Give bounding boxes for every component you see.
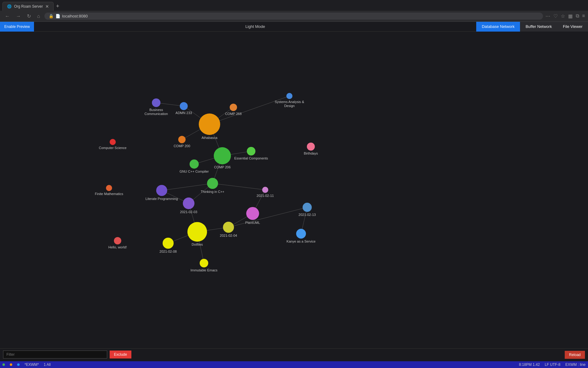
- lock-icon: 🔒: [49, 14, 54, 18]
- graph-node[interactable]: Birthdays: [304, 143, 318, 155]
- graph-node[interactable]: 2021-02-13: [299, 203, 316, 217]
- graph-node[interactable]: Computer Science: [99, 139, 127, 150]
- node-circle[interactable]: [187, 222, 207, 242]
- graph-node[interactable]: ADMN 233: [175, 102, 192, 115]
- node-label: Essential Components: [234, 156, 268, 160]
- home-button[interactable]: ⌂: [35, 13, 42, 20]
- node-circle[interactable]: [156, 185, 167, 196]
- split-view-icon[interactable]: ⧉: [576, 13, 579, 19]
- hamburger-icon[interactable]: ≡: [582, 13, 585, 19]
- node-label: Computer Science: [99, 146, 127, 150]
- node-circle[interactable]: [247, 147, 255, 155]
- graph-node[interactable]: Essential Components: [234, 147, 268, 160]
- graph-node[interactable]: Immutable Emacs: [190, 259, 218, 272]
- node-circle[interactable]: [262, 187, 268, 193]
- graph-node[interactable]: Systems Analysis &Design: [275, 93, 304, 108]
- node-label: 2021-02-03: [180, 210, 197, 214]
- graph-node[interactable]: COMP 200: [174, 136, 190, 148]
- exclude-button[interactable]: Exclude: [110, 351, 131, 358]
- node-label: Dotfiles: [192, 243, 203, 246]
- graph-node[interactable]: 2021-02-04: [220, 222, 237, 237]
- status-dot-blue: [17, 363, 20, 366]
- node-label: Birthdays: [304, 151, 318, 155]
- graph-node[interactable]: 2021-02-03: [180, 197, 197, 214]
- node-circle[interactable]: [223, 222, 234, 233]
- node-circle[interactable]: [207, 178, 218, 189]
- graph-node[interactable]: Athabasca: [199, 113, 220, 140]
- address-bar[interactable]: 🔒 📄 localhost:8080: [44, 13, 543, 20]
- tab-file-viewer[interactable]: File Viewer: [557, 22, 588, 32]
- tab-bar: 🌐 Org Roam Server ✕ +: [0, 0, 588, 11]
- tab-title: Org Roam Server: [14, 4, 43, 9]
- enable-preview-button[interactable]: Enable Preview: [0, 22, 34, 32]
- graph-node[interactable]: Finite Mathematics: [95, 185, 123, 196]
- node-circle[interactable]: [110, 139, 116, 145]
- workspace-indicator: *EXWM*: [24, 362, 39, 367]
- graph-node[interactable]: Thinking in C++: [201, 178, 224, 194]
- node-label: COMP 268: [225, 112, 242, 116]
- node-circle[interactable]: [230, 104, 237, 111]
- tab-close-button[interactable]: ✕: [45, 4, 49, 9]
- node-label: Business: [149, 108, 163, 112]
- node-circle[interactable]: [180, 102, 188, 110]
- pocket-icon[interactable]: ♡: [553, 13, 558, 19]
- node-circle[interactable]: [190, 159, 199, 169]
- network-graph[interactable]: BusinessCommunicationADMN 233COMP 268Sys…: [0, 32, 588, 349]
- status-right: 8:18PM 1.42 LF UTF-8 EXWM : line: [519, 362, 586, 367]
- browser-tab[interactable]: 🌐 Org Roam Server ✕: [2, 2, 54, 11]
- graph-node[interactable]: PlantUML: [245, 207, 260, 224]
- node-label: 2021-02-08: [160, 250, 177, 253]
- node-circle[interactable]: [114, 237, 121, 244]
- node-label: Kanye as a Service: [287, 240, 316, 243]
- filter-input[interactable]: [3, 351, 107, 358]
- node-label: 2021-02-13: [299, 213, 316, 217]
- tab-database-network[interactable]: Database Network: [476, 22, 520, 32]
- sidebar-icon[interactable]: ▦: [568, 13, 573, 19]
- node-label: Literate Programming: [145, 197, 178, 201]
- graph-node[interactable]: Kanye as a Service: [287, 229, 316, 243]
- node-circle[interactable]: [178, 136, 186, 143]
- status-bar: *EXWM* 1 All 8:18PM 1.42 LF UTF-8 EXWM :…: [0, 361, 588, 368]
- node-circle[interactable]: [106, 185, 112, 191]
- tab-buffer-network[interactable]: Buffer Network: [520, 22, 557, 32]
- node-circle[interactable]: [152, 98, 160, 107]
- menu-dots-icon[interactable]: ⋯: [545, 13, 550, 19]
- node-circle[interactable]: [214, 147, 231, 164]
- graph-node[interactable]: Literate Programming: [145, 185, 178, 201]
- forward-button[interactable]: →: [14, 13, 23, 20]
- node-label: Communication: [145, 112, 168, 116]
- graph-node[interactable]: 2021-02-08: [160, 238, 177, 253]
- graph-node[interactable]: Dotfiles: [187, 222, 207, 246]
- desktop-indicator: 1 All: [44, 362, 51, 367]
- graph-edge: [213, 183, 265, 190]
- encoding-display: LF UTF-8: [545, 362, 560, 367]
- node-circle[interactable]: [303, 203, 312, 212]
- node-circle[interactable]: [183, 197, 194, 209]
- node-circle[interactable]: [200, 259, 208, 267]
- reload-button[interactable]: Reload: [565, 351, 585, 359]
- node-label: PlantUML: [245, 221, 260, 224]
- node-label: Immutable Emacs: [190, 268, 218, 272]
- graph-node[interactable]: COMP 206: [214, 147, 231, 169]
- graph-node[interactable]: GNU C++ Compiler: [179, 159, 209, 173]
- node-circle[interactable]: [307, 143, 315, 151]
- reload-browser-button[interactable]: ↻: [25, 13, 33, 20]
- graph-node[interactable]: Hello, world!: [108, 237, 127, 249]
- node-circle[interactable]: [246, 207, 259, 220]
- node-label: Hello, world!: [108, 245, 127, 249]
- browser-toolbar-icons: ⋯ ♡ ☆ ▦ ⧉ ≡: [545, 13, 585, 19]
- graph-node[interactable]: COMP 268: [225, 104, 242, 116]
- graph-node[interactable]: BusinessCommunication: [145, 98, 168, 116]
- node-circle[interactable]: [163, 238, 174, 249]
- new-tab-button[interactable]: +: [54, 2, 62, 11]
- graph-edge: [228, 207, 307, 227]
- time-display: 8:18PM 1.42: [519, 362, 540, 367]
- star-icon[interactable]: ☆: [561, 13, 565, 19]
- node-circle[interactable]: [296, 229, 306, 239]
- back-button[interactable]: ←: [3, 13, 12, 20]
- graph-node[interactable]: 2021-02-11: [257, 187, 274, 197]
- node-label: Thinking in C++: [201, 190, 224, 194]
- node-circle[interactable]: [199, 113, 220, 135]
- node-circle[interactable]: [286, 93, 292, 99]
- bottom-bar: Exclude Reload: [0, 348, 588, 360]
